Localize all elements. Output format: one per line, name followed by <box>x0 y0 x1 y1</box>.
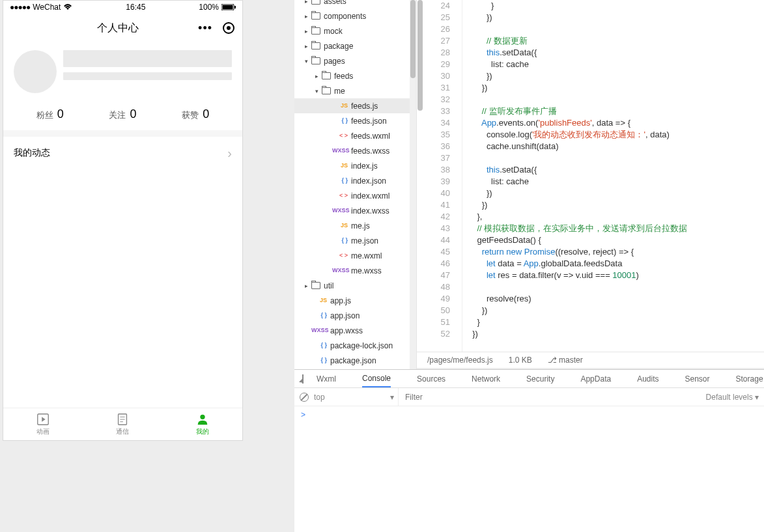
tree-item[interactable]: { }index.json <box>294 173 410 188</box>
wxss-file-icon: WXSS <box>332 268 348 273</box>
avatar[interactable] <box>14 50 57 93</box>
wxml-file-icon: < > <box>332 133 348 139</box>
folder-icon <box>311 42 320 49</box>
devtools-tab-security[interactable]: Security <box>526 374 554 384</box>
tree-item[interactable]: ▸package <box>294 38 410 53</box>
signal-dots-icon: ●●●●● <box>10 3 30 12</box>
svg-rect-1 <box>223 5 233 10</box>
wxml-file-icon: < > <box>332 193 348 199</box>
tree-item[interactable]: ▾pages <box>294 53 410 68</box>
js-file-icon: JS <box>332 163 348 169</box>
log-levels[interactable]: Default levels ▾ <box>706 393 759 402</box>
tree-item[interactable]: WXSSindex.wxss <box>294 203 410 218</box>
tree-item[interactable]: ▸util <box>294 278 410 293</box>
tree-item[interactable]: WXSSfeeds.wxss <box>294 143 410 158</box>
folder-icon <box>311 57 320 64</box>
wxss-file-icon: WXSS <box>311 328 327 333</box>
tab-feed[interactable]: 动画 <box>3 408 83 440</box>
tree-item[interactable]: ▸components <box>294 8 410 23</box>
tree-scrollbar[interactable] <box>410 0 416 369</box>
tree-item[interactable]: JSfeeds.js <box>294 98 410 113</box>
devtools-tabs: WxmlConsoleSourcesNetworkSecurityAppData… <box>294 370 764 388</box>
devtools-tab-network[interactable]: Network <box>472 374 500 384</box>
tree-label: feeds.wxml <box>351 132 390 141</box>
simulator-frame: ●●●●● WeChat 16:45 100% 个人中心 ••• 粉丝0 关注0 <box>3 0 243 441</box>
json-file-icon: { } <box>311 343 327 348</box>
devtools-tab-appdata[interactable]: AppData <box>580 374 611 384</box>
tree-label: mock <box>324 27 343 36</box>
tree-item[interactable]: { }me.json <box>294 233 410 248</box>
code-body[interactable]: } }) // 数据更新 this.setData({ list: cache … <box>462 0 687 352</box>
file-path: /pages/me/feeds.js <box>427 356 493 365</box>
js-file-icon: JS <box>332 103 348 109</box>
devtools-tab-sensor[interactable]: Sensor <box>685 374 710 384</box>
tree-label: index.wxml <box>351 191 389 201</box>
battery-label: 100% <box>199 3 219 12</box>
tree-label: me.js <box>351 221 370 231</box>
tree-item[interactable]: ▸feeds <box>294 68 410 83</box>
wxml-file-icon: < > <box>332 253 348 259</box>
tree-item[interactable]: < >feeds.wxml <box>294 128 410 143</box>
tree-label: feeds.wxss <box>351 147 389 156</box>
json-file-icon: { } <box>311 313 327 318</box>
devtools-tab-sources[interactable]: Sources <box>417 374 446 384</box>
tree-item[interactable]: JSindex.js <box>294 158 410 173</box>
tree-item[interactable]: < >me.wxml <box>294 248 410 263</box>
console-body[interactable]: > <box>294 406 764 423</box>
chevron-right-icon: › <box>227 146 232 161</box>
menu-dots-icon[interactable]: ••• <box>198 21 212 35</box>
stat-follow[interactable]: 关注0 <box>109 107 136 121</box>
js-file-icon: JS <box>332 223 348 229</box>
devtools-tab-storage[interactable]: Storage <box>736 374 763 384</box>
folder-icon <box>311 27 320 35</box>
filter-input[interactable] <box>404 391 573 403</box>
play-box-icon <box>36 412 50 427</box>
tree-label: app.json <box>330 311 360 320</box>
tree-item[interactable]: JSme.js <box>294 218 410 233</box>
tree-item[interactable]: ▸assets <box>294 0 410 8</box>
tab-me[interactable]: 我的 <box>163 408 242 440</box>
devtools-tab-audits[interactable]: Audits <box>637 374 658 384</box>
code-editor[interactable]: 2425262728293031323334353637383940414243… <box>417 0 764 352</box>
tree-label: me <box>334 87 345 96</box>
tree-item[interactable]: WXSSapp.wxss <box>294 323 410 338</box>
tree-item[interactable]: { }package-lock.json <box>294 338 410 353</box>
tree-item[interactable]: < >index.wxml <box>294 188 410 203</box>
js-file-icon: JS <box>311 298 327 303</box>
tab-message[interactable]: 通信 <box>83 408 162 440</box>
tree-item[interactable]: ▸mock <box>294 23 410 38</box>
tree-label: feeds.js <box>351 102 378 111</box>
devtools-tab-wxml[interactable]: Wxml <box>317 374 336 384</box>
folder-icon <box>311 0 320 5</box>
tree-label: me.wxml <box>351 251 382 260</box>
cell-my-feeds[interactable]: 我的动态 › <box>3 137 242 169</box>
editor-status-bar: /pages/me/feeds.js 1.0 KB ⎇ master <box>417 352 764 368</box>
folder-icon <box>311 282 320 289</box>
clear-console-icon[interactable] <box>300 393 309 402</box>
close-target-icon[interactable] <box>223 22 234 34</box>
devtools-panel: WxmlConsoleSourcesNetworkSecurityAppData… <box>294 369 764 532</box>
wxss-file-icon: WXSS <box>332 208 348 214</box>
json-file-icon: { } <box>332 238 348 244</box>
scope-selector[interactable]: top▾ <box>314 388 399 406</box>
folder-icon <box>311 12 320 20</box>
console-toolbar: top▾ Default levels ▾ <box>294 388 764 406</box>
tree-item[interactable]: ▾me <box>294 83 410 98</box>
tree-item[interactable]: { }app.json <box>294 308 410 323</box>
tabbar: 动画 通信 我的 <box>3 408 242 440</box>
tree-item[interactable]: WXSSme.wxss <box>294 263 410 278</box>
stat-like[interactable]: 获赞0 <box>182 107 209 121</box>
tree-label: pages <box>324 57 345 66</box>
tree-item[interactable]: JSapp.js <box>294 293 410 308</box>
tree-label: index.js <box>351 161 378 171</box>
stat-fans[interactable]: 粉丝0 <box>36 107 64 121</box>
tree-label: app.js <box>330 296 351 305</box>
tree-item[interactable]: { }feeds.json <box>294 113 410 128</box>
file-size: 1.0 KB <box>509 356 532 365</box>
status-bar: ●●●●● WeChat 16:45 100% <box>3 1 242 14</box>
tree-item[interactable]: { }package.json <box>294 353 410 368</box>
person-icon <box>195 412 210 427</box>
devtools-tab-console[interactable]: Console <box>362 374 391 387</box>
inspect-icon[interactable] <box>302 374 304 384</box>
editor-scrollbar[interactable] <box>417 0 423 111</box>
